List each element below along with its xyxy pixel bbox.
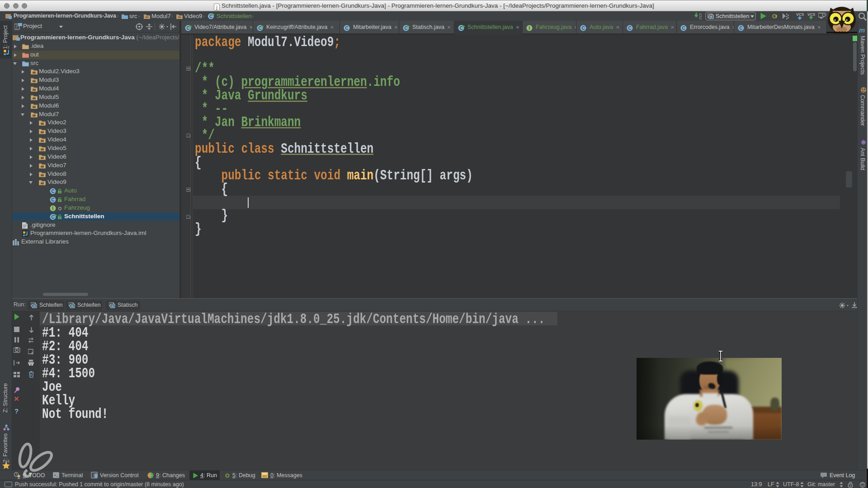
- svg-text:VCS: VCS: [796, 12, 804, 17]
- svg-text:01: 01: [699, 17, 702, 20]
- svg-text:C: C: [51, 189, 54, 194]
- svg-text:I: I: [529, 26, 530, 31]
- svg-text:C: C: [345, 26, 348, 31]
- svg-text:C: C: [628, 26, 631, 31]
- svg-text:C: C: [739, 26, 742, 31]
- svg-text:I: I: [52, 206, 54, 211]
- svg-text:C: C: [581, 26, 585, 31]
- svg-text:C: C: [51, 197, 54, 202]
- svg-text:C: C: [682, 26, 685, 31]
